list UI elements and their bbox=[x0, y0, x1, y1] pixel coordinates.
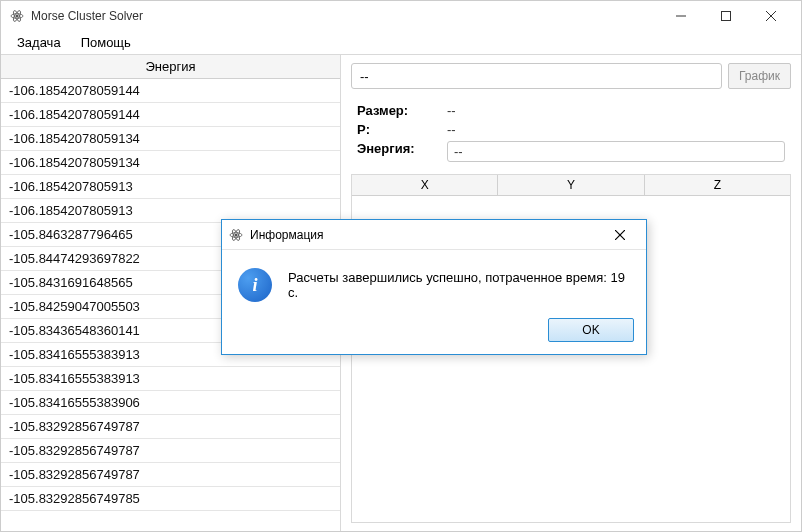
ok-button[interactable]: OK bbox=[548, 318, 634, 342]
col-y[interactable]: Y bbox=[498, 175, 644, 195]
energy-row[interactable]: -106.18542078059144 bbox=[1, 79, 340, 103]
energy-row[interactable]: -106.1854207805913 bbox=[1, 175, 340, 199]
maximize-button[interactable] bbox=[703, 1, 748, 31]
details-block: Размер: -- P: -- Энергия: -- bbox=[351, 97, 791, 166]
close-button[interactable] bbox=[748, 1, 793, 31]
energy-row[interactable]: -106.18542078059134 bbox=[1, 151, 340, 175]
energy-label: Энергия: bbox=[357, 141, 447, 162]
energy-value[interactable]: -- bbox=[447, 141, 785, 162]
svg-point-8 bbox=[235, 233, 238, 236]
energy-row[interactable]: -106.18542078059144 bbox=[1, 103, 340, 127]
energy-row[interactable]: -105.83416555383906 bbox=[1, 391, 340, 415]
p-label: P: bbox=[357, 122, 447, 137]
p-value: -- bbox=[447, 122, 456, 137]
menubar: Задача Помощь bbox=[1, 31, 801, 55]
name-input[interactable] bbox=[351, 63, 722, 89]
col-z[interactable]: Z bbox=[645, 175, 790, 195]
energy-row[interactable]: -105.83416555383913 bbox=[1, 367, 340, 391]
dialog-app-icon bbox=[228, 227, 244, 243]
titlebar: Morse Cluster Solver bbox=[1, 1, 801, 31]
size-value: -- bbox=[447, 103, 456, 118]
app-icon bbox=[9, 8, 25, 24]
energy-row[interactable]: -105.83292856749787 bbox=[1, 415, 340, 439]
svg-point-0 bbox=[16, 15, 19, 18]
menu-task[interactable]: Задача bbox=[7, 31, 71, 54]
size-label: Размер: bbox=[357, 103, 447, 118]
svg-rect-5 bbox=[721, 12, 730, 21]
energy-column-header[interactable]: Энергия bbox=[1, 55, 340, 79]
energy-row[interactable]: -105.83292856749787 bbox=[1, 439, 340, 463]
dialog-message: Расчеты завершились успешно, потраченное… bbox=[288, 268, 630, 300]
info-dialog: Информация i Расчеты завершились успешно… bbox=[221, 219, 647, 355]
info-icon: i bbox=[238, 268, 272, 302]
energy-row[interactable]: -105.83292856749787 bbox=[1, 463, 340, 487]
graph-button[interactable]: График bbox=[728, 63, 791, 89]
menu-help[interactable]: Помощь bbox=[71, 31, 141, 54]
window-title: Morse Cluster Solver bbox=[31, 9, 143, 23]
energy-row[interactable]: -106.18542078059134 bbox=[1, 127, 340, 151]
col-x[interactable]: X bbox=[352, 175, 498, 195]
dialog-title: Информация bbox=[250, 228, 600, 242]
energy-row[interactable]: -105.83292856749785 bbox=[1, 487, 340, 511]
dialog-close-button[interactable] bbox=[600, 223, 640, 247]
minimize-button[interactable] bbox=[658, 1, 703, 31]
